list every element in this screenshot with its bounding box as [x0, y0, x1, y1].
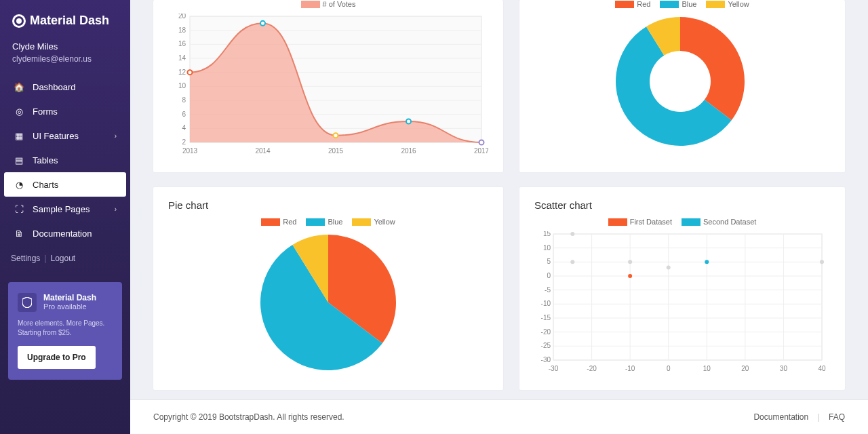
svg-text:10: 10	[178, 82, 186, 90]
legend-swatch-first	[608, 218, 627, 226]
svg-text:5: 5	[547, 258, 551, 265]
svg-text:-20: -20	[541, 328, 551, 336]
legend-swatch-blue	[660, 1, 679, 8]
svg-text:4: 4	[182, 124, 186, 132]
svg-point-73	[667, 266, 671, 270]
svg-point-71	[570, 260, 574, 264]
svg-text:40: 40	[818, 365, 826, 372]
chevron-right-icon: ›	[115, 205, 117, 213]
pie-chart-card: Pie chart Red Blue Yellow	[153, 187, 503, 390]
svg-text:2014: 2014	[255, 147, 271, 155]
svg-text:2013: 2013	[182, 147, 198, 155]
pie-chart	[168, 231, 488, 374]
sidebar-item-documentation[interactable]: 🗎Documentation	[4, 221, 126, 245]
area-chart-card: # of Votes 24681012141618202013201420152…	[153, 0, 503, 172]
sidebar: Material Dash Clyde Miles clydemiles@ele…	[0, 0, 130, 434]
svg-point-30	[479, 140, 484, 145]
promo-text: More elements. More Pages. Starting from…	[18, 319, 113, 338]
svg-text:30: 30	[780, 365, 788, 372]
footer-faq-link[interactable]: FAQ	[829, 412, 845, 422]
legend-swatch-red	[261, 218, 280, 226]
logout-link[interactable]: Logout	[50, 254, 75, 263]
logo-icon	[12, 14, 26, 28]
svg-text:-20: -20	[587, 365, 597, 372]
svg-text:10: 10	[543, 244, 551, 252]
upgrade-button[interactable]: Upgrade to Pro	[18, 346, 96, 369]
shield-icon	[18, 293, 37, 312]
pie-chart-title: Pie chart	[168, 199, 488, 211]
legend-swatch-red	[615, 1, 634, 8]
svg-text:12: 12	[178, 68, 186, 76]
scatter-chart-title: Scatter chart	[534, 199, 830, 211]
svg-text:14: 14	[178, 54, 186, 62]
svg-text:0: 0	[547, 272, 551, 279]
svg-text:10: 10	[703, 365, 711, 372]
footer-documentation-link[interactable]: Documentation	[753, 412, 808, 422]
promo-subtitle: Pro available	[43, 302, 96, 311]
target-icon: ◎	[14, 106, 24, 117]
svg-text:-25: -25	[541, 342, 551, 349]
svg-point-68	[628, 274, 632, 278]
user-name: Clyde Miles	[12, 41, 118, 52]
area-chart-legend: # of Votes	[168, 0, 488, 8]
svg-text:16: 16	[178, 40, 186, 47]
legend-swatch-second	[682, 218, 701, 226]
fullscreen-icon: ⛶	[14, 203, 24, 214]
svg-text:-10: -10	[625, 365, 635, 372]
svg-text:-15: -15	[541, 314, 551, 321]
svg-point-70	[570, 232, 574, 236]
area-chart: 246810121416182020132014201520162017	[168, 14, 488, 156]
pie-icon: ◔	[14, 179, 24, 190]
svg-point-26	[188, 70, 193, 75]
svg-point-29	[406, 119, 411, 124]
main-content: # of Votes 24681012141618202013201420152…	[130, 0, 868, 434]
user-email: clydemiles@elenor.us	[12, 54, 118, 64]
sidebar-item-charts[interactable]: ◔Charts	[4, 172, 126, 197]
sidebar-item-sample-pages[interactable]: ⛶Sample Pages›	[4, 197, 126, 221]
legend-swatch-blue	[306, 218, 325, 226]
svg-text:2017: 2017	[474, 147, 488, 155]
scatter-chart: -30-25-20-15-10-5051015-30-20-1001020304…	[534, 231, 826, 374]
grid-icon: ▤	[14, 155, 24, 165]
svg-text:-30: -30	[549, 365, 559, 372]
svg-point-72	[628, 260, 632, 264]
svg-text:-5: -5	[545, 286, 551, 294]
scatter-chart-card: Scatter chart First Dataset Second Datas…	[519, 187, 845, 390]
svg-text:20: 20	[178, 14, 186, 20]
sidebar-item-tables[interactable]: ▤Tables	[4, 148, 126, 172]
svg-text:2016: 2016	[401, 147, 416, 155]
page-footer: Copyright © 2019 BootstrapDash. All righ…	[130, 399, 868, 434]
svg-text:-10: -10	[541, 300, 551, 307]
svg-point-74	[820, 260, 824, 264]
scatter-chart-legend: First Dataset Second Dataset	[534, 218, 830, 226]
svg-text:8: 8	[182, 96, 186, 104]
sidebar-item-ui-features[interactable]: ▦UI Features›	[4, 123, 126, 148]
sidebar-bottom-links: Settings|Logout	[0, 248, 130, 269]
svg-point-27	[260, 21, 265, 26]
promo-title: Material Dash	[43, 293, 96, 302]
legend-swatch-yellow	[706, 1, 725, 8]
sidebar-item-forms[interactable]: ◎Forms	[4, 99, 126, 123]
chevron-right-icon: ›	[115, 132, 117, 140]
sidebar-item-dashboard[interactable]: 🏠Dashboard	[4, 75, 126, 99]
svg-text:-30: -30	[541, 356, 551, 363]
layers-icon: ▦	[14, 130, 24, 141]
document-icon: 🗎	[14, 228, 24, 239]
svg-text:0: 0	[667, 365, 671, 372]
svg-text:15: 15	[543, 231, 551, 237]
brand-text: Material Dash	[30, 14, 109, 28]
upgrade-promo: Material Dash Pro available More element…	[8, 282, 122, 380]
user-block: Clyde Miles clydemiles@elenor.us	[0, 41, 130, 72]
doughnut-chart-legend: Red Blue Yellow	[534, 0, 830, 8]
legend-swatch-yellow	[352, 218, 371, 226]
doughnut-chart	[534, 14, 826, 149]
svg-point-69	[705, 260, 709, 264]
footer-copyright: Copyright © 2019 BootstrapDash. All righ…	[153, 412, 344, 422]
svg-text:6: 6	[182, 111, 186, 118]
home-icon: 🏠	[14, 81, 24, 92]
settings-link[interactable]: Settings	[11, 254, 40, 263]
sidebar-nav: 🏠Dashboard ◎Forms ▦UI Features› ▤Tables …	[0, 72, 130, 248]
doughnut-chart-card: Red Blue Yellow	[519, 0, 845, 172]
svg-text:18: 18	[178, 26, 186, 34]
brand-logo[interactable]: Material Dash	[0, 0, 130, 41]
